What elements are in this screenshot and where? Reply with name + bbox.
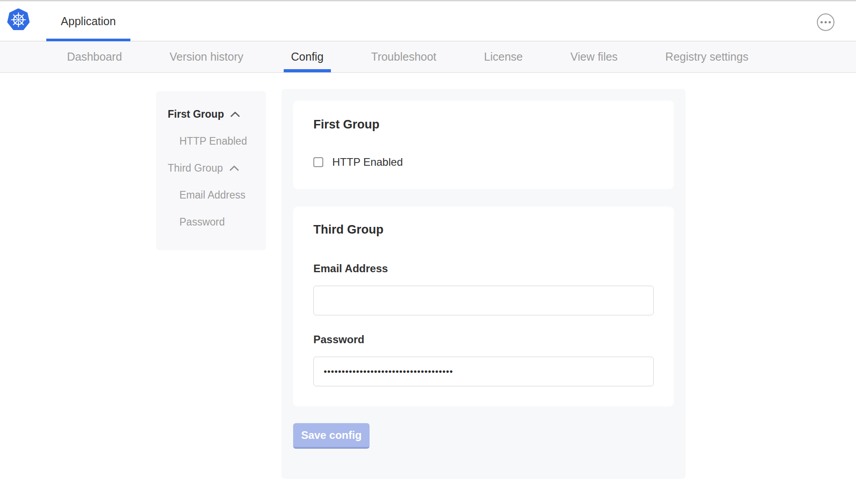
overflow-menu-button[interactable]	[817, 13, 834, 31]
group-title: Third Group	[313, 223, 654, 237]
email-address-input[interactable]	[313, 286, 654, 315]
config-panel: First Group HTTP Enabled Third Group Ema…	[281, 89, 686, 479]
sidebar-item-third-group[interactable]: Third Group	[168, 162, 266, 174]
app-tab-label: Application	[61, 15, 116, 28]
checkbox-label: HTTP Enabled	[332, 156, 403, 168]
password-field-group: Password	[313, 333, 654, 386]
tab-registry-settings[interactable]: Registry settings	[665, 41, 749, 72]
config-sidebar: First Group HTTP Enabled Third Group Ema…	[156, 91, 266, 250]
tab-view-files[interactable]: View files	[571, 41, 618, 72]
config-group-third: Third Group Email Address Password	[293, 207, 674, 407]
ellipsis-icon	[820, 21, 823, 23]
email-address-label: Email Address	[313, 262, 654, 275]
password-label: Password	[313, 333, 654, 346]
sidebar-item-password[interactable]: Password	[168, 216, 266, 228]
tab-troubleshoot[interactable]: Troubleshoot	[371, 41, 437, 72]
http-enabled-option[interactable]: HTTP Enabled	[313, 156, 654, 168]
app-tab-application[interactable]: Application	[46, 1, 130, 41]
tab-license[interactable]: License	[484, 41, 523, 72]
tab-dashboard[interactable]: Dashboard	[67, 41, 122, 72]
chevron-up-icon	[229, 165, 239, 171]
app-header: Application	[0, 1, 856, 41]
group-title: First Group	[313, 118, 654, 132]
chevron-up-icon	[230, 111, 240, 117]
sidebar-item-first-group[interactable]: First Group	[168, 108, 266, 120]
email-address-field-group: Email Address	[313, 262, 654, 315]
http-enabled-checkbox[interactable]	[313, 157, 323, 167]
sidebar-item-email-address[interactable]: Email Address	[168, 189, 266, 201]
sidebar-item-http-enabled[interactable]: HTTP Enabled	[168, 135, 266, 147]
kubernetes-logo-icon	[7, 9, 30, 31]
tab-version-history[interactable]: Version history	[169, 41, 243, 72]
config-page: First Group HTTP Enabled Third Group Ema…	[0, 73, 856, 504]
app-nav-tabs: Dashboard Version history Config Trouble…	[0, 41, 856, 73]
config-group-first: First Group HTTP Enabled	[293, 101, 674, 189]
tab-config[interactable]: Config	[291, 41, 323, 72]
save-config-button[interactable]: Save config	[293, 423, 370, 449]
password-input[interactable]	[313, 357, 654, 386]
